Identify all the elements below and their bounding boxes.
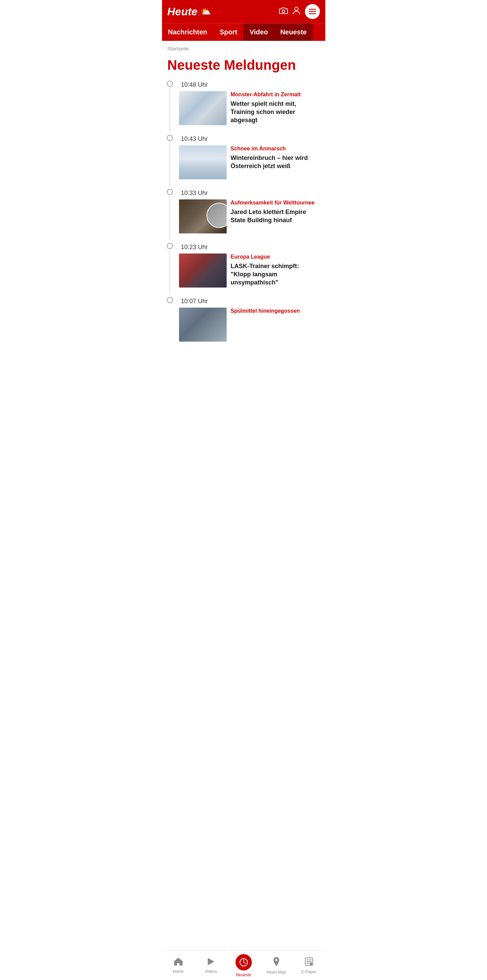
svg-rect-2 bbox=[309, 9, 316, 10]
time-label: 10:43 Uhr bbox=[181, 135, 208, 143]
news-card[interactable]: Monster-Abfahrt in Zermatt Wetter spielt… bbox=[179, 91, 325, 132]
timeline-line bbox=[169, 88, 170, 132]
timeline-line bbox=[169, 142, 170, 186]
time-row: 10:33 Uhr bbox=[179, 189, 325, 197]
timeline-item[interactable]: 10:33 Uhr Aufmerksamkeit für Welttournee… bbox=[162, 189, 325, 240]
timeline-item[interactable]: 10:07 Uhr Spülmittel hineingegossen bbox=[162, 297, 325, 348]
time-row: 10:23 Uhr bbox=[179, 243, 325, 251]
news-headline: Wetter spielt nicht mit, Training schon … bbox=[231, 100, 320, 124]
timeline-dot bbox=[167, 135, 173, 141]
header: Heute ⛅ bbox=[162, 0, 325, 23]
news-thumbnail bbox=[179, 145, 227, 179]
svg-rect-3 bbox=[309, 11, 316, 12]
news-thumbnail bbox=[179, 199, 227, 234]
news-category: Europa League bbox=[231, 253, 320, 261]
news-list: 10:48 Uhr Monster-Abfahrt in Zermatt Wet… bbox=[162, 81, 325, 385]
news-headline: Jared Leto klettert Empire State Buildin… bbox=[231, 208, 320, 224]
news-category: Monster-Abfahrt in Zermatt bbox=[231, 91, 320, 98]
navbar: Nachrichten Sport Video Neueste bbox=[162, 23, 325, 41]
time-label: 10:48 Uhr bbox=[181, 81, 208, 89]
header-left: Heute ⛅ bbox=[167, 6, 211, 17]
news-card[interactable]: Europa League LASK-Trainer schimpft: "Kl… bbox=[179, 253, 325, 294]
timeline-item[interactable]: 10:43 Uhr Schnee im Anmarsch Wintereinbr… bbox=[162, 135, 325, 186]
time-row: 10:48 Uhr bbox=[179, 81, 325, 89]
news-category: Schnee im Anmarsch bbox=[231, 145, 320, 153]
nav-neueste[interactable]: Neueste bbox=[274, 24, 313, 41]
news-headline: Wintereinbruch – hier wird Österreich je… bbox=[231, 154, 320, 170]
timeline-line bbox=[169, 196, 170, 240]
time-row: 10:43 Uhr bbox=[179, 135, 325, 143]
nav-nachrichten[interactable]: Nachrichten bbox=[162, 24, 214, 41]
news-content: Spülmittel hineingegossen bbox=[231, 308, 320, 316]
camera-icon[interactable] bbox=[279, 7, 288, 16]
news-card[interactable]: Aufmerksamkeit für Welttournee Jared Let… bbox=[179, 199, 325, 240]
timeline-dot bbox=[167, 189, 173, 195]
news-content: Aufmerksamkeit für Welttournee Jared Let… bbox=[231, 199, 320, 224]
logo[interactable]: Heute bbox=[167, 6, 198, 17]
news-content: Europa League LASK-Trainer schimpft: "Kl… bbox=[231, 253, 320, 287]
news-thumbnail bbox=[179, 308, 227, 342]
news-content: Schnee im Anmarsch Wintereinbruch – hier… bbox=[231, 145, 320, 170]
svg-point-1 bbox=[295, 7, 298, 11]
news-category: Aufmerksamkeit für Welttournee bbox=[231, 199, 320, 207]
time-row: 10:07 Uhr bbox=[179, 297, 325, 305]
svg-point-0 bbox=[282, 10, 285, 13]
timeline-line bbox=[169, 250, 170, 294]
timeline-dot bbox=[167, 243, 173, 249]
news-category: Spülmittel hineingegossen bbox=[231, 308, 320, 315]
timeline-item[interactable]: 10:48 Uhr Monster-Abfahrt in Zermatt Wet… bbox=[162, 81, 325, 132]
timeline-item[interactable]: 10:23 Uhr Europa League LASK-Trainer sch… bbox=[162, 243, 325, 294]
cloud-icon: ⛅ bbox=[201, 7, 211, 16]
svg-rect-4 bbox=[309, 13, 316, 14]
timeline-dot bbox=[167, 297, 173, 303]
time-label: 10:33 Uhr bbox=[181, 189, 208, 197]
user-icon[interactable] bbox=[293, 6, 300, 17]
nav-video[interactable]: Video bbox=[244, 24, 274, 41]
timeline-dot bbox=[167, 81, 173, 87]
header-right bbox=[279, 4, 320, 19]
news-headline: LASK-Trainer schimpft: "Klopp langsam un… bbox=[231, 262, 320, 287]
menu-button[interactable] bbox=[305, 4, 320, 19]
news-thumbnail bbox=[179, 91, 227, 125]
page-title: Neueste Meldungen bbox=[162, 54, 325, 81]
news-thumbnail bbox=[179, 253, 227, 288]
nav-sport[interactable]: Sport bbox=[213, 24, 244, 41]
news-card[interactable]: Schnee im Anmarsch Wintereinbruch – hier… bbox=[179, 145, 325, 186]
time-label: 10:23 Uhr bbox=[181, 243, 208, 251]
time-label: 10:07 Uhr bbox=[181, 297, 208, 305]
news-content: Monster-Abfahrt in Zermatt Wetter spielt… bbox=[231, 91, 320, 124]
news-card[interactable]: Spülmittel hineingegossen bbox=[179, 308, 325, 348]
breadcrumb: Startseite bbox=[162, 41, 325, 54]
